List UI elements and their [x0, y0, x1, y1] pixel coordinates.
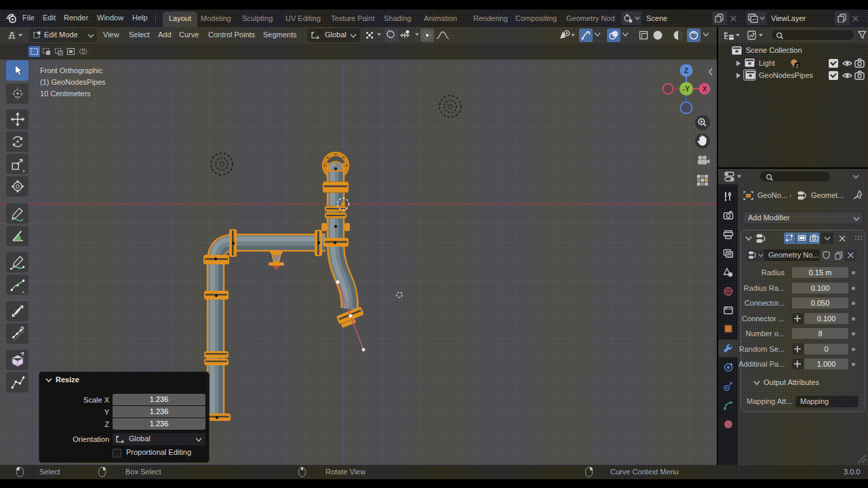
svg-text:X: X [703, 85, 707, 93]
svg-text:2: 2 [795, 63, 799, 69]
svg-text:Z: Z [684, 67, 688, 75]
svg-text:-Y: -Y [683, 85, 690, 93]
